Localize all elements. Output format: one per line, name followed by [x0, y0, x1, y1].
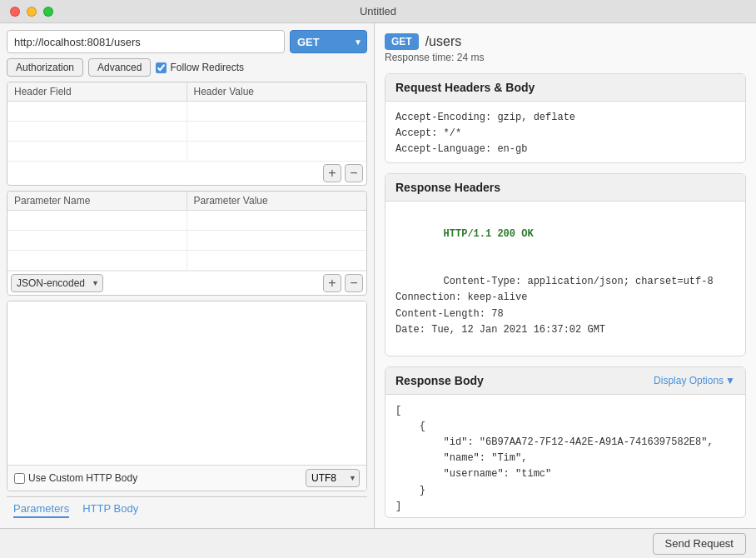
bottom-tabs: Parameters HTTP Body	[7, 496, 367, 521]
response-headers-content: Content-Type: application/json; charset=…	[395, 276, 714, 336]
add-header-button[interactable]: +	[323, 164, 341, 182]
main-layout: GET POST PUT DELETE PATCH HEAD OPTIONS ▼…	[0, 23, 756, 528]
advanced-button[interactable]: Advanced	[88, 58, 151, 77]
request-headers-body: Accept-Encoding: gzip, deflate Accept: *…	[385, 102, 745, 163]
display-options-chevron-icon: ▼	[725, 375, 735, 386]
header-value-col: Header Value	[187, 82, 367, 101]
header-value-cell[interactable]	[187, 142, 367, 161]
window-title: Untitled	[360, 5, 396, 17]
param-name-cell[interactable]	[7, 211, 187, 230]
param-value-cell[interactable]	[187, 251, 367, 270]
minimize-button[interactable]	[27, 7, 37, 17]
request-headers-title: Request Headers & Body	[385, 74, 745, 102]
response-status-row: GET /users	[385, 33, 746, 50]
response-time-row: Response time: 24 ms	[385, 52, 746, 63]
left-panel: GET POST PUT DELETE PATCH HEAD OPTIONS ▼…	[0, 23, 375, 528]
method-select[interactable]: GET POST PUT DELETE PATCH HEAD OPTIONS	[290, 30, 367, 53]
body-textarea[interactable]	[7, 301, 366, 465]
table-row	[7, 142, 366, 162]
json-encoding-wrapper: JSON-encoded Form-encoded Raw ▼	[11, 274, 103, 292]
param-name-col: Parameter Name	[7, 192, 187, 210]
custom-body-checkbox[interactable]	[14, 473, 25, 484]
method-select-wrapper: GET POST PUT DELETE PATCH HEAD OPTIONS ▼	[290, 30, 367, 53]
window-controls	[10, 7, 53, 17]
header-field-cell[interactable]	[7, 142, 187, 161]
table-row	[7, 122, 366, 142]
authorization-button[interactable]: Authorization	[7, 58, 83, 77]
json-encoding-select[interactable]: JSON-encoded Form-encoded Raw	[11, 274, 103, 292]
header-field-cell[interactable]	[7, 102, 187, 121]
remove-header-button[interactable]: −	[345, 164, 363, 182]
options-row: Authorization Advanced Follow Redirects	[7, 58, 367, 77]
param-value-col: Parameter Value	[187, 192, 367, 210]
charset-select-wrapper: UTF8 UTF16 ASCII ▼	[306, 469, 360, 487]
response-status-area: GET /users Response time: 24 ms	[385, 33, 746, 63]
follow-redirects-checkbox[interactable]	[156, 62, 167, 73]
table-row	[7, 251, 366, 271]
header-field-cell[interactable]	[7, 122, 187, 141]
request-headers-card: Request Headers & Body Accept-Encoding: …	[385, 73, 746, 163]
params-footer-row: JSON-encoded Form-encoded Raw ▼ + −	[7, 271, 366, 295]
table-row	[7, 231, 366, 251]
response-headers-card: Response Headers HTTP/1.1 200 OK Content…	[385, 173, 746, 356]
response-body-header: Response Body Display Options ▼	[385, 367, 745, 395]
header-value-cell[interactable]	[187, 122, 367, 141]
maximize-button[interactable]	[43, 7, 53, 17]
response-headers-title: Response Headers	[385, 174, 745, 202]
param-name-cell[interactable]	[7, 231, 187, 250]
params-table-header: Parameter Name Parameter Value	[7, 192, 366, 211]
header-field-col: Header Field	[7, 82, 187, 101]
response-body-title: Response Body	[395, 374, 484, 387]
right-panel: GET /users Response time: 24 ms Request …	[375, 23, 756, 528]
param-name-cell[interactable]	[7, 251, 187, 270]
param-value-cell[interactable]	[187, 231, 367, 250]
body-footer: Use Custom HTTP Body UTF8 UTF16 ASCII ▼	[7, 465, 366, 491]
follow-redirects-label[interactable]: Follow Redirects	[156, 62, 244, 73]
response-time-value: 24 ms	[457, 52, 485, 63]
response-headers-body: HTTP/1.1 200 OK Content-Type: applicatio…	[385, 202, 745, 356]
tab-parameters[interactable]: Parameters	[13, 502, 69, 518]
response-body-card: Response Body Display Options ▼ [ { "id"…	[385, 366, 746, 518]
tab-http-body[interactable]: HTTP Body	[82, 502, 138, 518]
table-row	[7, 102, 366, 122]
response-status-ok: HTTP/1.1 200 OK	[444, 228, 534, 240]
close-button[interactable]	[10, 7, 20, 17]
params-section: Parameter Name Parameter Value JSON-enco…	[7, 191, 367, 296]
response-time-label: Response time:	[385, 52, 454, 63]
title-bar: Untitled	[0, 0, 756, 23]
bottom-bar: Send Request	[0, 528, 756, 558]
table-row	[7, 211, 366, 231]
response-method-badge: GET	[385, 33, 419, 50]
charset-select[interactable]: UTF8 UTF16 ASCII	[306, 469, 360, 487]
param-add-remove-row: + −	[323, 274, 363, 292]
url-row: GET POST PUT DELETE PATCH HEAD OPTIONS ▼	[7, 30, 367, 53]
response-body-content: [ { "id": "6B97AA72-7F12-4A2E-A91A-74163…	[385, 395, 745, 518]
url-input[interactable]	[7, 30, 285, 53]
send-request-button[interactable]: Send Request	[653, 533, 746, 555]
response-path: /users	[425, 34, 462, 49]
headers-section: Header Field Header Value + −	[7, 82, 367, 186]
display-options-label: Display Options	[654, 375, 724, 386]
headers-table-header: Header Field Header Value	[7, 82, 366, 102]
header-add-remove-row: + −	[7, 162, 366, 185]
body-section: Use Custom HTTP Body UTF8 UTF16 ASCII ▼	[7, 301, 367, 491]
custom-body-label[interactable]: Use Custom HTTP Body	[14, 472, 137, 484]
add-param-button[interactable]: +	[323, 274, 341, 292]
param-value-cell[interactable]	[187, 211, 367, 230]
display-options-button[interactable]: Display Options ▼	[654, 375, 735, 386]
remove-param-button[interactable]: −	[345, 274, 363, 292]
header-value-cell[interactable]	[187, 102, 367, 121]
